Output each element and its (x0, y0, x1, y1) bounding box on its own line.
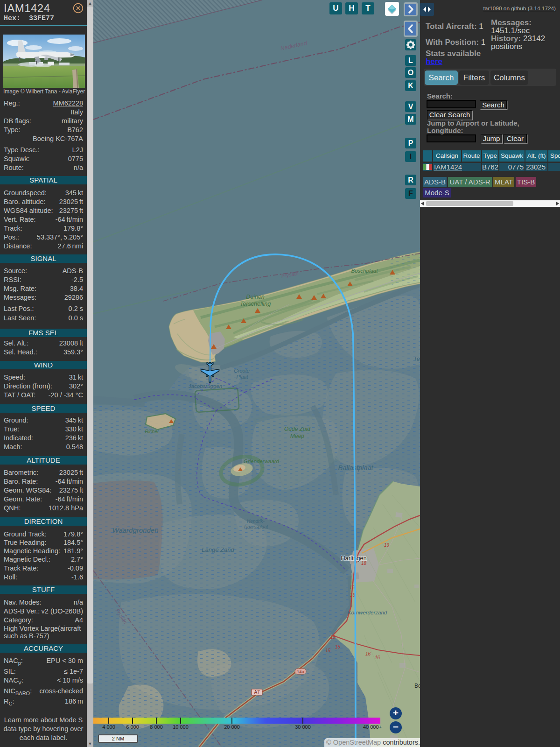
svg-text:Oude Zuid: Oude Zuid (284, 426, 310, 432)
svg-text:Plaat: Plaat (236, 374, 248, 380)
svg-text:Groote: Groote (234, 368, 250, 374)
svg-text:Meep: Meep (290, 433, 304, 439)
svg-text:Lange Zand: Lange Zand (202, 546, 234, 553)
svg-text:15: 15 (325, 648, 331, 653)
svg-text:16: 16 (350, 585, 355, 590)
svg-text:Ters: Ters (413, 355, 420, 362)
svg-text:Harlingen: Harlingen (341, 555, 367, 562)
svg-text:Terschelling: Terschelling (240, 301, 271, 307)
svg-text:Boschplaat: Boschplaat (351, 268, 378, 274)
svg-text:16: 16 (375, 655, 380, 660)
svg-text:19: 19 (384, 543, 390, 548)
svg-text:A7: A7 (254, 690, 260, 695)
svg-text:Grienderwaard: Grienderwaard (244, 458, 280, 464)
svg-text:Richel: Richel (145, 429, 159, 434)
svg-text:Hendrik-: Hendrik- (247, 519, 265, 524)
svg-text:Tjaars-plaat: Tjaars-plaat (244, 524, 269, 529)
svg-text:Jacobsruggen: Jacobsruggen (188, 383, 222, 389)
svg-text:15: 15 (335, 644, 341, 649)
svg-text:Waardgronden: Waardgronden (112, 526, 159, 534)
svg-text:Ballastplaat: Ballastplaat (338, 464, 374, 472)
svg-text:Kornwerderzand: Kornwerderzand (348, 610, 387, 615)
svg-text:Duinen: Duinen (246, 294, 265, 300)
svg-text:15: 15 (330, 634, 336, 640)
svg-text:14a: 14a (297, 669, 305, 674)
svg-text:16: 16 (365, 651, 371, 656)
svg-text:Bo: Bo (414, 683, 420, 689)
